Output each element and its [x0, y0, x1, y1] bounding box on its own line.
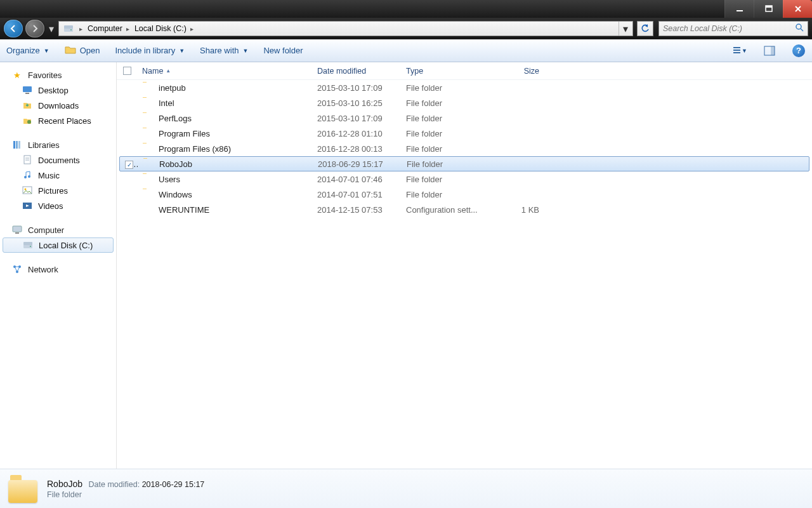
svg-rect-8	[733, 47, 740, 48]
search-input[interactable]	[663, 24, 795, 33]
file-row[interactable]: PerfLogs2015-03-10 17:09File folder	[117, 110, 812, 126]
sidebar-item-desktop[interactable]: Desktop	[0, 83, 116, 98]
sidebar-item-music[interactable]: Music	[0, 168, 116, 183]
sidebar-item-pictures[interactable]: Pictures	[0, 183, 116, 198]
file-name: Program Files	[159, 129, 210, 138]
file-row[interactable]: ✓RoboJob2018-06-29 15:17File folder	[119, 156, 809, 171]
folder-icon	[142, 143, 154, 154]
sidebar-item-local-disk-c[interactable]: Local Disk (C:)	[3, 237, 114, 253]
sidebar-network[interactable]: Network	[0, 262, 116, 277]
open-button[interactable]: Open	[65, 44, 100, 57]
svg-point-23	[28, 175, 30, 178]
svg-line-7	[801, 29, 803, 31]
svg-rect-17	[16, 141, 18, 149]
file-row[interactable]: Program Files (x86)2016-12-28 00:13File …	[117, 141, 812, 156]
preview-pane-button[interactable]	[763, 44, 776, 58]
file-row[interactable]: WERUNTIME2014-12-15 07:53Configuration s…	[117, 202, 812, 217]
forward-button[interactable]	[25, 20, 44, 37]
minimize-button[interactable]	[724, 0, 754, 18]
svg-point-31	[30, 246, 31, 247]
sidebar-favorites[interactable]: ★ Favorites	[0, 67, 116, 83]
downloads-icon	[22, 100, 33, 111]
svg-rect-14	[25, 93, 29, 94]
file-row[interactable]: Intel2015-03-10 16:25File folder	[117, 95, 812, 110]
column-headers: Name▲ Date modified Type Size	[117, 62, 812, 80]
computer-icon	[11, 224, 23, 236]
sidebar-item-documents[interactable]: Documents	[0, 152, 116, 168]
column-header-checkbox[interactable]	[117, 67, 137, 75]
refresh-button[interactable]	[637, 21, 653, 36]
folder-icon	[143, 158, 154, 170]
close-button[interactable]	[783, 0, 812, 18]
file-name: Users	[159, 175, 180, 184]
selected-item-type: File folder	[47, 490, 204, 499]
svg-rect-9	[733, 50, 740, 51]
column-header-size[interactable]: Size	[488, 67, 544, 76]
sidebar-item-videos[interactable]: Videos	[0, 198, 116, 213]
breadcrumb-separator[interactable]: ▸	[77, 25, 85, 32]
open-folder-icon	[65, 44, 76, 57]
file-date: 2018-06-29 15:17	[313, 159, 402, 169]
selected-item-name: RoboJob	[47, 479, 82, 489]
column-header-name[interactable]: Name▲	[137, 67, 312, 76]
svg-rect-12	[771, 46, 775, 55]
svg-rect-30	[23, 242, 32, 245]
date-modified-label: Date modified:	[89, 480, 140, 489]
file-date: 2015-03-10 17:09	[312, 83, 401, 93]
libraries-icon	[11, 139, 23, 150]
address-bar[interactable]: ▸ Computer▸ Local Disk (C:)▸ ▾	[58, 21, 633, 36]
sort-asc-icon: ▲	[166, 68, 171, 74]
help-button[interactable]: ?	[792, 44, 806, 58]
sidebar-libraries[interactable]: Libraries	[0, 137, 116, 152]
back-button[interactable]	[4, 20, 23, 37]
navigation-pane: ★ Favorites Desktop Downloads Recent Pla…	[0, 62, 117, 469]
file-row[interactable]: Program Files2016-12-28 01:10File folder	[117, 126, 812, 141]
folder-icon	[142, 112, 154, 124]
file-type: File folder	[401, 98, 488, 108]
file-type: File folder	[402, 159, 489, 169]
file-date: 2015-03-10 17:09	[312, 114, 401, 123]
column-header-date[interactable]: Date modified	[312, 67, 401, 76]
file-row[interactable]: Users2014-07-01 07:46File folder	[117, 171, 812, 187]
view-options-button[interactable]: ▼	[733, 44, 747, 58]
folder-icon	[142, 128, 154, 139]
videos-icon	[22, 200, 33, 211]
star-icon: ★	[11, 69, 23, 81]
address-dropdown[interactable]: ▾	[619, 22, 631, 36]
breadcrumb-drive[interactable]: Local Disk (C:)▸	[132, 24, 196, 33]
details-pane: RoboJob Date modified: 2018-06-29 15:17 …	[0, 469, 812, 508]
maximize-button[interactable]	[754, 0, 783, 18]
folder-icon	[142, 173, 154, 185]
new-folder-button[interactable]: New folder	[263, 46, 303, 55]
organize-menu[interactable]: Organize▼	[6, 46, 49, 55]
breadcrumb-computer[interactable]: Computer▸	[85, 24, 132, 33]
svg-rect-28	[15, 232, 19, 234]
svg-point-6	[796, 24, 801, 29]
history-dropdown[interactable]: ▾	[47, 20, 56, 37]
file-date: 2014-12-15 07:53	[312, 205, 401, 215]
column-header-type[interactable]: Type	[401, 67, 488, 76]
file-row[interactable]: Windows2014-07-01 07:51File folder	[117, 187, 812, 202]
command-bar: Organize▼ Open Include in library▼ Share…	[0, 39, 812, 62]
svg-rect-13	[23, 86, 32, 92]
folder-icon	[142, 97, 154, 109]
svg-rect-0	[737, 10, 743, 11]
sidebar-item-recent-places[interactable]: Recent Places	[0, 113, 116, 128]
desktop-icon	[22, 84, 33, 96]
sidebar-item-downloads[interactable]: Downloads	[0, 98, 116, 113]
config-file-icon	[142, 204, 154, 215]
file-row[interactable]: inetpub2015-03-10 17:09File folder	[117, 80, 812, 95]
row-checkbox[interactable]: ✓	[120, 159, 138, 169]
search-box[interactable]	[658, 21, 808, 36]
recent-places-icon	[22, 115, 33, 126]
music-icon	[22, 170, 33, 181]
folder-icon	[8, 480, 37, 503]
include-in-library-menu[interactable]: Include in library▼	[115, 46, 185, 55]
file-list: Name▲ Date modified Type Size inetpub201…	[117, 62, 812, 469]
search-icon	[795, 23, 804, 34]
svg-rect-18	[18, 141, 20, 149]
file-date: 2014-07-01 07:46	[312, 175, 401, 184]
file-type: File folder	[401, 175, 488, 184]
sidebar-computer[interactable]: Computer	[0, 222, 116, 237]
share-with-menu[interactable]: Share with▼	[200, 46, 248, 55]
